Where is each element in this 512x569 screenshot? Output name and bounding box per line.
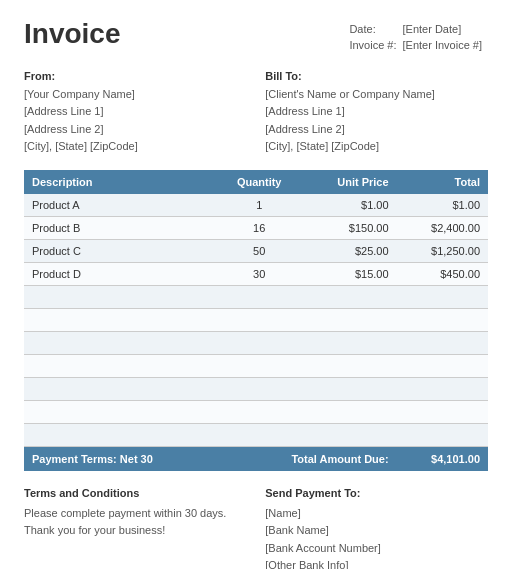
footer-section: Terms and Conditions Please complete pay…: [24, 485, 488, 569]
cell-quantity: 16: [217, 216, 302, 239]
cell-description: Product D: [24, 262, 217, 285]
cell-description: [24, 400, 217, 423]
col-description: Description: [24, 170, 217, 194]
cell-unit_price: $1.00: [302, 194, 397, 217]
cell-quantity: 50: [217, 239, 302, 262]
cell-quantity: [217, 308, 302, 331]
cell-unit_price: [302, 377, 397, 400]
cell-quantity: [217, 354, 302, 377]
payment-terms: Payment Terms: Net 30: [24, 446, 217, 471]
cell-quantity: [217, 377, 302, 400]
cell-description: [24, 331, 217, 354]
send-bank: [Bank Name]: [265, 522, 488, 540]
cell-quantity: [217, 423, 302, 446]
table-row: [24, 423, 488, 446]
bill-block: Bill To: [Client's Name or Company Name]…: [265, 68, 488, 156]
table-row: Product B16$150.00$2,400.00: [24, 216, 488, 239]
cell-unit_price: [302, 331, 397, 354]
cell-unit_price: [302, 354, 397, 377]
terms-line1: Please complete payment within 30 days.: [24, 505, 247, 523]
cell-unit_price: $25.00: [302, 239, 397, 262]
cell-total: $1,250.00: [397, 239, 488, 262]
table-footer-row: Payment Terms: Net 30 Total Amount Due: …: [24, 446, 488, 471]
cell-description: Product C: [24, 239, 217, 262]
send-account: [Bank Account Number]: [265, 540, 488, 558]
cell-unit_price: [302, 285, 397, 308]
bill-address2: [Address Line 2]: [265, 121, 488, 139]
cell-quantity: [217, 400, 302, 423]
cell-unit_price: $150.00: [302, 216, 397, 239]
cell-description: Product A: [24, 194, 217, 217]
cell-unit_price: $15.00: [302, 262, 397, 285]
cell-total: [397, 308, 488, 331]
cell-description: [24, 285, 217, 308]
from-bill-section: From: [Your Company Name] [Address Line …: [24, 68, 488, 156]
from-block: From: [Your Company Name] [Address Line …: [24, 68, 247, 156]
header-meta: Date: [Enter Date] Invoice #: [Enter Inv…: [347, 20, 488, 54]
col-unit-price: Unit Price: [302, 170, 397, 194]
cell-total: $1.00: [397, 194, 488, 217]
cell-quantity: [217, 285, 302, 308]
col-quantity: Quantity: [217, 170, 302, 194]
cell-total: [397, 423, 488, 446]
send-other: [Other Bank Info]: [265, 557, 488, 569]
cell-description: Product B: [24, 216, 217, 239]
bill-label: Bill To:: [265, 68, 488, 86]
col-total: Total: [397, 170, 488, 194]
cell-unit_price: [302, 423, 397, 446]
from-company: [Your Company Name]: [24, 86, 247, 104]
table-row: [24, 354, 488, 377]
cell-quantity: 1: [217, 194, 302, 217]
payment-block: Send Payment To: [Name] [Bank Name] [Ban…: [265, 485, 488, 569]
send-name: [Name]: [265, 505, 488, 523]
table-row: [24, 400, 488, 423]
from-city: [City], [State] [ZipCode]: [24, 138, 247, 156]
invoice-value: [Enter Invoice #]: [403, 38, 487, 52]
table-row: Product D30$15.00$450.00: [24, 262, 488, 285]
from-address1: [Address Line 1]: [24, 103, 247, 121]
table-row: [24, 308, 488, 331]
total-value: $4,101.00: [397, 446, 488, 471]
header-section: Invoice Date: [Enter Date] Invoice #: [E…: [24, 20, 488, 54]
terms-block: Terms and Conditions Please complete pay…: [24, 485, 247, 569]
date-value: [Enter Date]: [403, 22, 487, 36]
terms-line2: Thank you for your business!: [24, 522, 247, 540]
table-row: [24, 285, 488, 308]
bill-address1: [Address Line 1]: [265, 103, 488, 121]
table-row: [24, 377, 488, 400]
from-label: From:: [24, 68, 247, 86]
bill-company: [Client's Name or Company Name]: [265, 86, 488, 104]
date-label: Date:: [349, 22, 400, 36]
cell-total: $2,400.00: [397, 216, 488, 239]
table-row: Product A1$1.00$1.00: [24, 194, 488, 217]
table-row: [24, 331, 488, 354]
cell-unit_price: [302, 308, 397, 331]
total-label: Total Amount Due:: [217, 446, 397, 471]
table-row: Product C50$25.00$1,250.00: [24, 239, 488, 262]
table-header-row: Description Quantity Unit Price Total: [24, 170, 488, 194]
from-address2: [Address Line 2]: [24, 121, 247, 139]
cell-description: [24, 354, 217, 377]
invoice-title: Invoice: [24, 20, 120, 54]
cell-unit_price: [302, 400, 397, 423]
cell-description: [24, 308, 217, 331]
send-payment-label: Send Payment To:: [265, 485, 488, 503]
invoice-label: Invoice #:: [349, 38, 400, 52]
cell-description: [24, 423, 217, 446]
bill-city: [City], [State] [ZipCode]: [265, 138, 488, 156]
cell-total: [397, 354, 488, 377]
cell-total: $450.00: [397, 262, 488, 285]
cell-quantity: [217, 331, 302, 354]
cell-total: [397, 400, 488, 423]
cell-description: [24, 377, 217, 400]
cell-quantity: 30: [217, 262, 302, 285]
cell-total: [397, 285, 488, 308]
cell-total: [397, 331, 488, 354]
cell-total: [397, 377, 488, 400]
invoice-table: Description Quantity Unit Price Total Pr…: [24, 170, 488, 471]
terms-label: Terms and Conditions: [24, 485, 247, 503]
